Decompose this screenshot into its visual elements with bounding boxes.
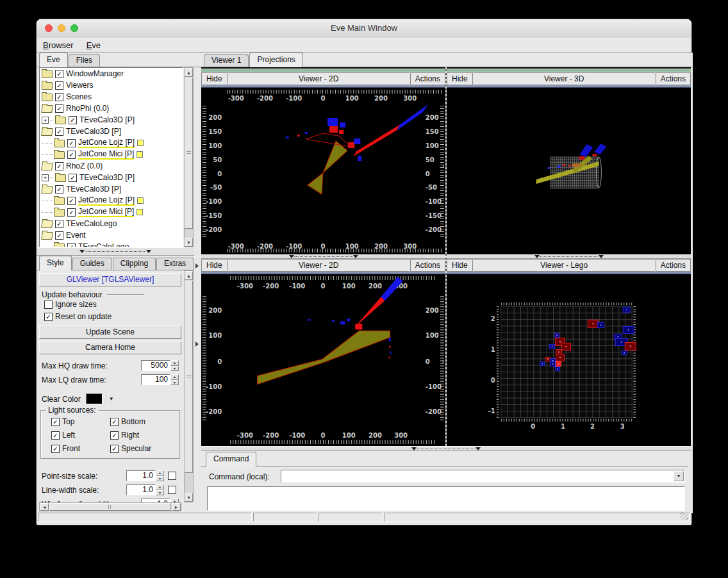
- spinner-value[interactable]: 1.0: [126, 470, 156, 481]
- tree-item[interactable]: ✓Event: [40, 229, 183, 241]
- scroll-left-icon[interactable]: ◄: [40, 503, 49, 511]
- checkbox[interactable]: [44, 301, 53, 309]
- checkbox[interactable]: [168, 486, 176, 494]
- tree-item[interactable]: ✓TEveCalo3D [P]: [40, 126, 183, 137]
- spinner-value[interactable]: 1.0: [126, 484, 156, 495]
- spin-up-icon[interactable]: ▲: [170, 374, 179, 380]
- tree-item[interactable]: ✓TEveCaloLego: [40, 241, 183, 247]
- checkbox[interactable]: ✓: [55, 231, 63, 240]
- style-horizontal-scrollbar[interactable]: ◄ ►: [39, 502, 181, 511]
- tab-extras[interactable]: Extras: [156, 258, 194, 270]
- minimize-button[interactable]: [58, 24, 65, 32]
- spin-up-icon[interactable]: ▲: [156, 484, 164, 490]
- tree-item[interactable]: ✓JetCone Mici [P]: [40, 206, 183, 218]
- clear-color-swatch[interactable]: [86, 393, 103, 404]
- tree-scrollbar-thumb[interactable]: [185, 78, 193, 229]
- spin-down-icon[interactable]: ▼: [156, 490, 164, 496]
- scroll-down-icon[interactable]: ▼: [185, 238, 193, 247]
- hide-button[interactable]: Hide: [447, 72, 473, 85]
- tree-item[interactable]: ✓JetCone Mici [P]: [40, 149, 183, 160]
- actions-button[interactable]: Actions: [410, 259, 445, 272]
- scroll-right-icon[interactable]: ►: [172, 503, 181, 511]
- tree-item[interactable]: ✓TEveCalo3D [P]: [40, 183, 183, 195]
- tree-item[interactable]: ✓TEveCaloLego: [40, 218, 183, 229]
- checkbox[interactable]: ✓: [67, 139, 76, 147]
- tree-item[interactable]: ✓RhoZ (0.0): [40, 160, 183, 172]
- hide-button[interactable]: Hide: [201, 72, 228, 85]
- tree-style-splitter[interactable]: [37, 247, 194, 256]
- style-scrollbar[interactable]: ▲ ▼: [184, 270, 194, 502]
- viewer-command-splitter[interactable]: [201, 446, 691, 451]
- checkbox[interactable]: ✓: [69, 174, 77, 182]
- hscrollbar-thumb[interactable]: [49, 503, 171, 511]
- spin-down-icon[interactable]: ▼: [170, 366, 179, 372]
- menu-item-eve[interactable]: Eve: [80, 38, 107, 52]
- tab-eve[interactable]: Eve: [39, 53, 68, 67]
- checkbox[interactable]: ✓: [110, 445, 119, 453]
- checkbox[interactable]: ✓: [110, 431, 119, 440]
- window-titlebar[interactable]: Eve Main Window: [37, 19, 691, 38]
- spinner-value[interactable]: 100: [141, 374, 170, 385]
- update-scene-button[interactable]: Update Scene: [39, 326, 181, 339]
- command-output[interactable]: [207, 486, 685, 511]
- checkbox[interactable]: ✓: [55, 185, 63, 194]
- clear-color-dropdown-icon[interactable]: ▼: [109, 396, 114, 402]
- viewer-row-splitter[interactable]: [201, 254, 445, 259]
- tree-item[interactable]: ✓WindowManager: [40, 68, 183, 79]
- checkbox[interactable]: ✓: [51, 431, 60, 440]
- checkbox[interactable]: ✓: [55, 93, 63, 101]
- actions-button[interactable]: Actions: [410, 72, 445, 85]
- style-scrollbar-thumb[interactable]: [185, 281, 193, 473]
- checkbox[interactable]: ✓: [55, 220, 63, 228]
- actions-button[interactable]: Actions: [656, 72, 691, 85]
- spin-down-icon[interactable]: ▼: [170, 380, 179, 386]
- checkbox[interactable]: ✓: [67, 197, 76, 205]
- checkbox[interactable]: ✓: [67, 208, 76, 217]
- hide-button[interactable]: Hide: [447, 259, 473, 272]
- tree-item[interactable]: ✓JetCone Lojz [P]: [40, 137, 183, 149]
- checkbox[interactable]: ✓: [44, 313, 53, 321]
- checkbox[interactable]: ✓: [69, 116, 77, 124]
- scroll-up-icon[interactable]: ▲: [185, 68, 193, 77]
- actions-button[interactable]: Actions: [656, 259, 691, 272]
- tab-projections[interactable]: Projections: [249, 53, 302, 67]
- checkbox[interactable]: ✓: [55, 128, 63, 136]
- tab-clipping[interactable]: Clipping: [113, 258, 156, 270]
- tab-style[interactable]: Style: [39, 256, 72, 270]
- tree-item[interactable]: +✓TEveCalo3D [P]: [40, 114, 183, 126]
- viewer-column-splitter[interactable]: [445, 67, 447, 451]
- zoom-button[interactable]: [70, 24, 78, 32]
- command-combobox[interactable]: ▼: [281, 470, 685, 483]
- close-button[interactable]: [45, 24, 53, 32]
- scroll-down-icon[interactable]: ▼: [185, 493, 193, 502]
- gl-viewer-button[interactable]: GLViewer [TGLSAViewer]: [39, 273, 181, 286]
- spinner-value[interactable]: 5000: [141, 360, 170, 371]
- checkbox[interactable]: ✓: [67, 243, 76, 248]
- spin-up-icon[interactable]: ▲: [170, 360, 179, 366]
- spin-up-icon[interactable]: ▲: [156, 470, 164, 476]
- tree-item[interactable]: +✓TEveCalo3D [P]: [40, 172, 183, 183]
- checkbox[interactable]: [168, 472, 176, 480]
- checkbox[interactable]: ✓: [51, 418, 60, 426]
- tab-viewer-1[interactable]: Viewer 1: [204, 54, 249, 67]
- expander-plus-icon[interactable]: +: [42, 174, 49, 181]
- camera-home-button[interactable]: Camera Home: [39, 341, 181, 354]
- resize-grip-icon[interactable]: [681, 512, 688, 520]
- tree-item[interactable]: ✓RhoPhi (0.0): [40, 103, 183, 114]
- tab-guides[interactable]: Guides: [72, 258, 112, 270]
- tree-scrollbar[interactable]: ▲ ▼: [184, 67, 194, 247]
- tree-item[interactable]: ✓Viewers: [40, 79, 183, 91]
- checkbox[interactable]: ✓: [55, 104, 63, 113]
- checkbox[interactable]: ✓: [55, 70, 63, 78]
- tree-item[interactable]: ✓Scenes: [40, 91, 183, 103]
- hide-button[interactable]: Hide: [201, 259, 228, 272]
- checkbox[interactable]: ✓: [110, 418, 119, 426]
- gl-viewport-lego[interactable]: 210-10123: [447, 274, 691, 446]
- viewer-row-splitter[interactable]: [447, 254, 691, 259]
- gl-viewport-2d-rhoz[interactable]: -300-200-1000100200300-300-200-100010020…: [201, 274, 445, 446]
- tab-command[interactable]: Command: [206, 452, 256, 467]
- tab-files[interactable]: Files: [69, 54, 100, 67]
- checkbox[interactable]: ✓: [67, 151, 76, 159]
- checkbox[interactable]: ✓: [55, 81, 63, 90]
- checkbox[interactable]: ✓: [51, 445, 60, 453]
